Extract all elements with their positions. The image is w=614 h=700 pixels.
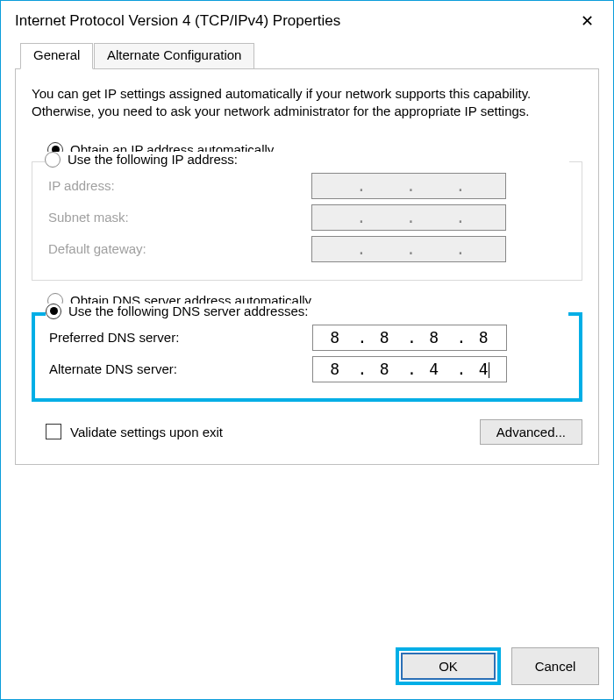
group-dns-manual: Use the following DNS server addresses: … — [32, 312, 582, 402]
cancel-button[interactable]: Cancel — [511, 647, 599, 685]
description-text: You can get IP settings assigned automat… — [32, 85, 582, 121]
radio-dns-manual[interactable]: Use the following DNS server addresses: — [46, 304, 568, 319]
radio-ip-manual-label: Use the following IP address: — [68, 152, 238, 167]
alternate-dns-input[interactable]: 8. 8. 4. 4 — [312, 356, 507, 382]
tab-alternate[interactable]: Alternate Configuration — [94, 43, 254, 69]
default-gateway-label: Default gateway: — [48, 241, 311, 256]
titlebar: Internet Protocol Version 4 (TCP/IPv4) P… — [1, 1, 613, 38]
content-area: General Alternate Configuration You can … — [1, 38, 613, 635]
alternate-dns-label: Alternate DNS server: — [49, 361, 312, 376]
validate-label: Validate settings upon exit — [70, 425, 480, 439]
default-gateway-input: ... — [311, 236, 506, 262]
advanced-button[interactable]: Advanced... — [480, 419, 582, 445]
preferred-dns-label: Preferred DNS server: — [49, 330, 312, 345]
subnet-mask-input: ... — [311, 204, 506, 231]
ip-address-input: ... — [311, 173, 506, 199]
ip-address-label: IP address: — [48, 178, 311, 193]
validate-checkbox[interactable] — [46, 424, 61, 439]
tabs: General Alternate Configuration — [15, 43, 599, 69]
ok-highlight: OK — [396, 647, 501, 685]
radio-dns-manual-label: Use the following DNS server addresses: — [68, 304, 308, 318]
radio-ip-manual[interactable]: Use the following IP address: — [45, 152, 569, 168]
subnet-mask-label: Subnet mask: — [48, 210, 311, 225]
preferred-dns-input[interactable]: 8. 8. 8. 8 — [312, 325, 507, 351]
tab-general[interactable]: General — [20, 43, 93, 69]
window-title: Internet Protocol Version 4 (TCP/IPv4) P… — [15, 12, 569, 30]
tab-body-general: You can get IP settings assigned automat… — [15, 68, 599, 465]
ok-button[interactable]: OK — [401, 653, 496, 680]
close-icon[interactable]: ✕ — [569, 8, 604, 34]
group-ip-manual: Use the following IP address: IP address… — [32, 161, 582, 281]
dialog-window: Internet Protocol Version 4 (TCP/IPv4) P… — [0, 0, 614, 700]
bottom-row: Validate settings upon exit Advanced... — [32, 419, 582, 445]
dialog-footer: OK Cancel — [1, 635, 613, 699]
